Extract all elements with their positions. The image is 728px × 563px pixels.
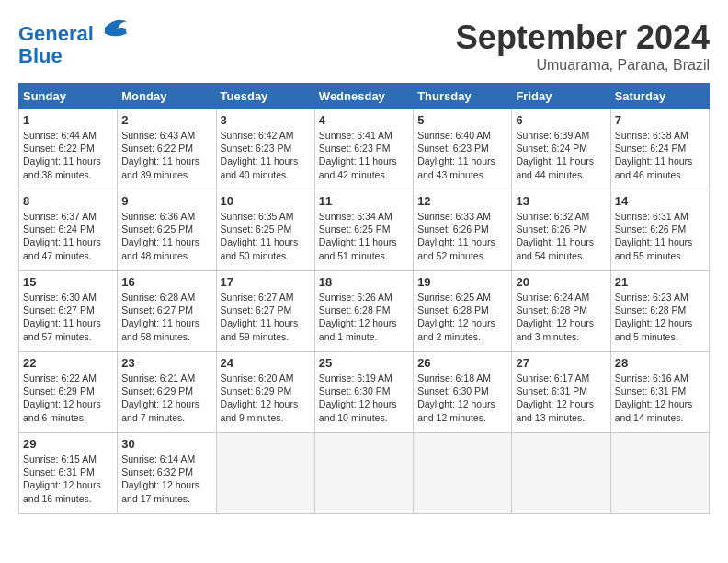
day-info-line: Sunrise: 6:27 AM (221, 291, 311, 304)
day-info-line: Daylight: 12 hours (121, 397, 211, 410)
day-info-line: Sunrise: 6:44 AM (23, 129, 113, 142)
day-number: 13 (516, 194, 606, 208)
day-number: 14 (615, 194, 705, 208)
day-info-line: and 42 minutes. (319, 168, 409, 181)
calendar-cell: 1Sunrise: 6:44 AMSunset: 6:22 PMDaylight… (19, 109, 118, 190)
day-info-line: Sunrise: 6:31 AM (615, 210, 705, 223)
day-number: 15 (23, 275, 113, 289)
logo-icon (103, 15, 129, 40)
day-info-line: Sunset: 6:32 PM (121, 465, 211, 478)
day-number: 1 (23, 113, 113, 127)
day-info-line: and 54 minutes. (516, 249, 606, 262)
day-info-line: Daylight: 12 hours (516, 397, 606, 410)
calendar-cell: 20Sunrise: 6:24 AMSunset: 6:28 PMDayligh… (512, 271, 610, 352)
day-info-line: and 7 minutes. (121, 411, 211, 424)
day-number: 30 (121, 437, 211, 451)
calendar-cell: 11Sunrise: 6:34 AMSunset: 6:25 PMDayligh… (314, 190, 413, 271)
day-info-line: Sunset: 6:27 PM (121, 304, 211, 316)
day-info-line: and 10 minutes. (319, 411, 409, 424)
calendar-cell: 12Sunrise: 6:33 AMSunset: 6:26 PMDayligh… (414, 190, 512, 271)
day-info-line: Sunset: 6:26 PM (516, 223, 606, 236)
day-info-line: Daylight: 11 hours (516, 236, 606, 248)
day-info-line: Sunset: 6:22 PM (23, 142, 113, 155)
day-info-line: Sunrise: 6:34 AM (319, 210, 409, 223)
day-info-line: Sunset: 6:24 PM (23, 223, 113, 236)
day-info-line: Sunrise: 6:22 AM (23, 372, 113, 385)
day-info-line: Daylight: 11 hours (23, 316, 113, 329)
calendar-cell: 25Sunrise: 6:19 AMSunset: 6:30 PMDayligh… (314, 352, 413, 433)
day-number: 19 (417, 275, 507, 289)
day-info-line: Sunrise: 6:41 AM (319, 129, 409, 142)
day-number: 20 (516, 275, 606, 289)
calendar-cell (610, 433, 709, 514)
day-info-line: Sunrise: 6:36 AM (121, 210, 211, 223)
day-info-line: Sunrise: 6:15 AM (23, 453, 113, 465)
day-number: 11 (319, 194, 409, 208)
logo-blue: Blue (18, 45, 129, 67)
day-info-line: and 43 minutes. (417, 168, 507, 181)
day-number: 8 (23, 194, 113, 208)
day-info-line: Daylight: 12 hours (23, 478, 113, 491)
day-info-line: Daylight: 11 hours (23, 155, 113, 167)
day-info-line: Sunrise: 6:42 AM (221, 129, 311, 142)
day-info-line: Sunset: 6:25 PM (319, 223, 409, 236)
day-info-line: Daylight: 11 hours (23, 236, 113, 248)
day-info-line: Sunset: 6:28 PM (319, 304, 409, 316)
day-info-line: and 17 minutes. (121, 492, 211, 505)
calendar-cell: 13Sunrise: 6:32 AMSunset: 6:26 PMDayligh… (512, 190, 610, 271)
logo-blue-text: Blue (18, 44, 63, 67)
calendar-cell: 30Sunrise: 6:14 AMSunset: 6:32 PMDayligh… (118, 433, 216, 514)
title-block: September 2024 Umuarama, Parana, Brazil (456, 18, 710, 74)
day-info-line: and 46 minutes. (615, 168, 705, 181)
calendar-cell: 29Sunrise: 6:15 AMSunset: 6:31 PMDayligh… (19, 433, 118, 514)
day-info-line: Sunrise: 6:40 AM (417, 129, 507, 142)
calendar-cell: 7Sunrise: 6:38 AMSunset: 6:24 PMDaylight… (610, 109, 709, 190)
day-info-line: Daylight: 12 hours (121, 478, 211, 491)
logo-text: General (18, 18, 129, 45)
calendar-row-week-4: 22Sunrise: 6:22 AMSunset: 6:29 PMDayligh… (19, 352, 710, 433)
day-number: 21 (615, 275, 705, 289)
day-info-line: Sunset: 6:22 PM (121, 142, 211, 155)
day-number: 28 (615, 356, 705, 370)
day-number: 24 (221, 356, 311, 370)
logo-general: General (18, 22, 94, 45)
day-info-line: Daylight: 12 hours (417, 397, 507, 410)
calendar-cell (216, 433, 314, 514)
calendar-row-week-1: 1Sunrise: 6:44 AMSunset: 6:22 PMDaylight… (19, 109, 710, 190)
header-saturday: Saturday (610, 84, 709, 109)
day-info-line: Sunset: 6:28 PM (516, 304, 606, 316)
day-info-line: and 14 minutes. (615, 411, 705, 424)
calendar-cell: 8Sunrise: 6:37 AMSunset: 6:24 PMDaylight… (19, 190, 118, 271)
day-info-line: Sunrise: 6:18 AM (417, 372, 507, 385)
day-info-line: Sunset: 6:24 PM (615, 142, 705, 155)
day-info-line: Sunrise: 6:43 AM (121, 129, 211, 142)
day-info-line: Sunset: 6:29 PM (23, 385, 113, 397)
day-info-line: Sunrise: 6:14 AM (121, 453, 211, 465)
header-tuesday: Tuesday (216, 84, 314, 109)
day-info-line: Daylight: 11 hours (516, 155, 606, 167)
day-info-line: Daylight: 11 hours (121, 316, 211, 329)
calendar-cell: 9Sunrise: 6:36 AMSunset: 6:25 PMDaylight… (118, 190, 216, 271)
day-info-line: and 47 minutes. (23, 249, 113, 262)
day-info-line: Daylight: 12 hours (516, 316, 606, 329)
day-number: 23 (121, 356, 211, 370)
calendar-cell: 15Sunrise: 6:30 AMSunset: 6:27 PMDayligh… (19, 271, 118, 352)
day-info-line: Daylight: 12 hours (319, 397, 409, 410)
day-info-line: Sunset: 6:26 PM (417, 223, 507, 236)
day-info-line: Sunrise: 6:25 AM (417, 291, 507, 304)
header-thursday: Thursday (414, 84, 512, 109)
calendar-cell: 19Sunrise: 6:25 AMSunset: 6:28 PMDayligh… (414, 271, 512, 352)
day-info-line: Sunset: 6:31 PM (516, 385, 606, 397)
day-info-line: Sunrise: 6:33 AM (417, 210, 507, 223)
day-info-line: and 9 minutes. (221, 411, 311, 424)
calendar-cell: 22Sunrise: 6:22 AMSunset: 6:29 PMDayligh… (19, 352, 118, 433)
day-info-line: Daylight: 12 hours (615, 316, 705, 329)
day-info-line: and 5 minutes. (615, 330, 705, 343)
calendar-cell: 5Sunrise: 6:40 AMSunset: 6:23 PMDaylight… (414, 109, 512, 190)
day-info-line: and 3 minutes. (516, 330, 606, 343)
day-info-line: and 55 minutes. (615, 249, 705, 262)
day-info-line: and 50 minutes. (221, 249, 311, 262)
day-info-line: Sunset: 6:23 PM (319, 142, 409, 155)
day-info-line: Daylight: 12 hours (615, 397, 705, 410)
day-info-line: Sunrise: 6:20 AM (221, 372, 311, 385)
